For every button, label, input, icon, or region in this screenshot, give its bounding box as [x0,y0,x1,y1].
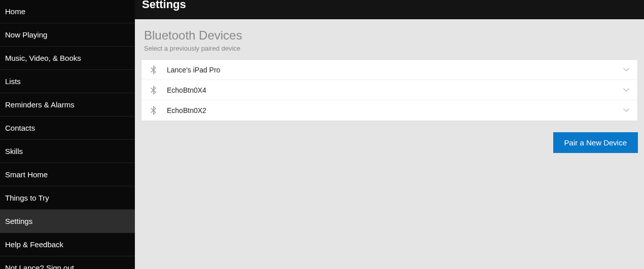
sidebar-item-label: Now Playing [5,30,47,39]
sidebar-item-label: Contacts [5,124,35,132]
bluetooth-icon [148,65,160,74]
device-row[interactable]: Lance's iPad Pro [141,60,637,80]
chevron-down-icon [621,68,631,72]
sidebar-item-reminders-alarms[interactable]: Reminders & Alarms [0,93,135,117]
sidebar: Home Now Playing Music, Video, & Books L… [0,0,135,269]
page-title: Settings [142,0,186,11]
device-name: EchoBtn0X4 [160,86,621,94]
sidebar-item-lists[interactable]: Lists [0,70,135,93]
bluetooth-icon [148,86,160,95]
sidebar-item-settings[interactable]: Settings [0,210,135,233]
chevron-down-icon [621,88,631,92]
content-area: Bluetooth Devices Select a previously pa… [135,19,644,269]
sidebar-item-label: Home [5,7,25,16]
topbar: Settings [135,0,644,19]
device-name: EchoBtn0X2 [160,106,621,114]
sidebar-item-label: Skills [5,147,23,156]
sidebar-item-label: Settings [5,217,32,225]
sidebar-item-help-feedback[interactable]: Help & Feedback [0,233,135,256]
sidebar-item-things-to-try[interactable]: Things to Try [0,186,135,210]
chevron-down-icon [621,108,631,112]
sidebar-item-label: Reminders & Alarms [5,100,75,109]
pair-new-device-button[interactable]: Pair a New Device [553,132,638,153]
action-row: Pair a New Device [141,132,638,153]
sidebar-item-sign-out[interactable]: Not Lance? Sign out [0,256,135,269]
sidebar-item-smart-home[interactable]: Smart Home [0,163,135,186]
sidebar-item-label: Not Lance? Sign out [5,263,74,269]
sidebar-item-label: Things to Try [5,194,49,202]
sidebar-item-label: Music, Video, & Books [5,54,81,62]
sidebar-item-now-playing[interactable]: Now Playing [0,23,135,47]
section-title: Bluetooth Devices [141,28,638,43]
bluetooth-icon [148,106,160,115]
sidebar-item-skills[interactable]: Skills [0,140,135,163]
section-subtitle: Select a previously paired device [141,45,638,52]
sidebar-item-music-video-books[interactable]: Music, Video, & Books [0,47,135,70]
main-area: Settings Bluetooth Devices Select a prev… [135,0,644,269]
sidebar-item-label: Lists [5,77,21,86]
sidebar-item-contacts[interactable]: Contacts [0,117,135,140]
device-row[interactable]: EchoBtn0X2 [141,100,637,121]
device-row[interactable]: EchoBtn0X4 [141,80,637,100]
sidebar-item-home[interactable]: Home [0,0,135,23]
bluetooth-device-list: Lance's iPad Pro EchoBtn0X4 EchoBtn0X2 [141,59,638,121]
sidebar-item-label: Help & Feedback [5,240,63,249]
sidebar-item-label: Smart Home [5,170,48,179]
device-name: Lance's iPad Pro [160,66,621,74]
